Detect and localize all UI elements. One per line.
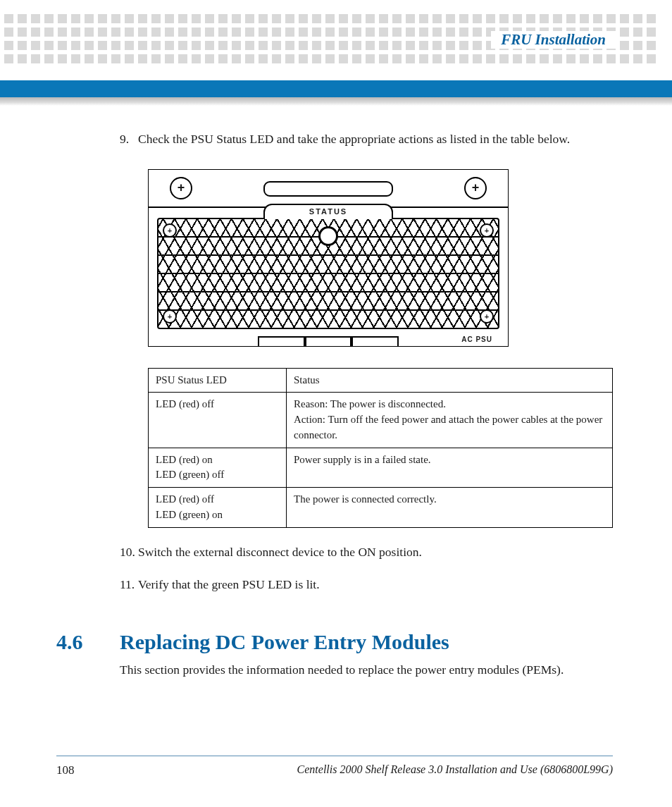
section-number: 4.6 [56,630,120,654]
status-label: STATUS [263,204,393,219]
header-blue-bar [0,80,672,97]
section-title: Replacing DC Power Entry Modules [120,630,449,654]
step-text: Verify that the green PSU LED is lit. [138,576,320,593]
table-cell: Power supply is in a failed state. [287,448,613,488]
step-number: 10. [120,543,138,561]
step-text: Switch the external disconnect device to… [138,543,422,561]
psu-status-table: PSU Status LED Status LED (red) off Reas… [148,368,613,528]
screw-icon: + [170,177,192,199]
step-number: 11. [120,576,138,593]
cell-line: LED (red) off [156,492,279,507]
page-number: 108 [56,763,75,777]
header-gray-beam [0,97,672,106]
section-heading: 4.6 Replacing DC Power Entry Modules [56,630,613,654]
psu-model-label: AC PSU [461,335,492,343]
step-10: 10.Switch the external disconnect device… [120,543,613,561]
table-header: PSU Status LED [149,368,287,393]
document-title: Centellis 2000 Shelf Release 3.0 Install… [297,763,613,777]
screw-icon: + [480,309,494,324]
section-body: This section provides the information ne… [120,661,613,679]
table-cell: LED (red) off [149,393,287,448]
screw-icon: + [464,177,487,199]
fan-grille-icon: + + + + [157,218,499,329]
fan-hub-icon [318,226,338,246]
page-header-title: FRU Installation [491,31,616,49]
table-header-row: PSU Status LED Status [149,368,613,393]
table-cell: LED (red) off LED (green) on [149,488,287,528]
step-text: Check the PSU Status LED and take the ap… [138,130,570,148]
screw-icon: + [480,223,494,238]
cell-line: Reason: The power is disconnected. [294,397,605,412]
cell-line: LED (green) on [156,507,279,523]
bottom-tabs-icon [258,336,399,346]
psu-figure: + + STATUS + + + + AC PSU [148,169,509,347]
table-cell: The power is connected correctly. [287,488,613,528]
cell-line: LED (red) on [156,452,279,468]
handle-slot-icon [263,181,393,197]
cell-line: Action: Turn off the feed power and atta… [294,412,605,443]
table-cell: LED (red) on LED (green) off [149,448,287,488]
table-row: LED (red) off Reason: The power is disco… [149,393,613,448]
screw-icon: + [163,309,177,324]
cell-line: LED (green) off [156,467,279,483]
table-row: LED (red) on LED (green) off Power suppl… [149,448,613,488]
table-cell: Reason: The power is disconnected. Actio… [287,393,613,448]
screw-icon: + [163,223,177,238]
table-header: Status [287,368,613,393]
step-number: 9. [120,130,138,148]
step-9: 9. Check the PSU Status LED and take the… [120,130,613,148]
page-footer: 108 Centellis 2000 Shelf Release 3.0 Ins… [56,756,613,777]
table-row: LED (red) off LED (green) on The power i… [149,488,613,528]
step-11: 11.Verify that the green PSU LED is lit. [120,576,613,593]
